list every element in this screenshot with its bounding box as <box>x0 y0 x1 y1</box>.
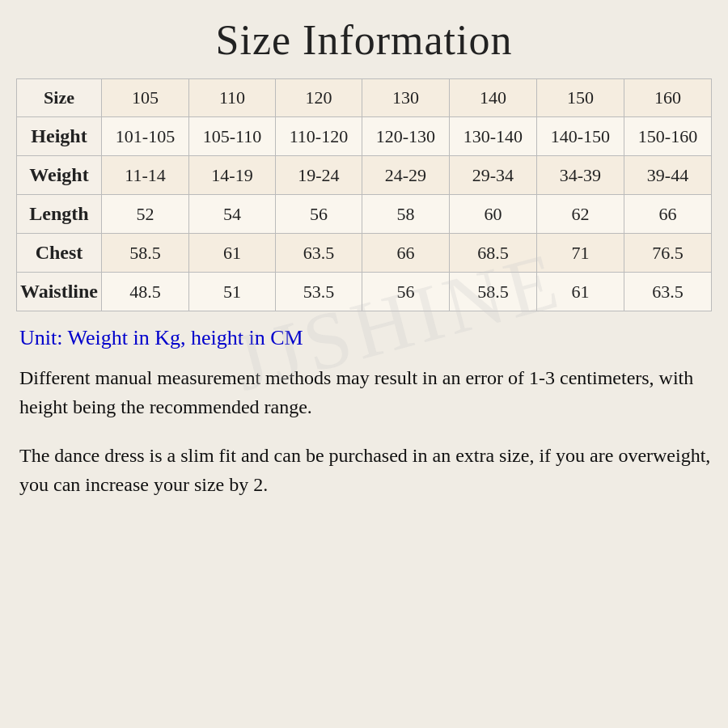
table-cell: 54 <box>189 195 276 234</box>
table-cell: 101-105 <box>102 117 189 156</box>
table-cell: 120-130 <box>362 117 449 156</box>
table-header-cell: Size <box>17 79 102 117</box>
table-cell: 105-110 <box>189 117 276 156</box>
page-title: Size Information <box>16 16 712 64</box>
table-cell: 63.5 <box>624 273 711 311</box>
note2-text: The dance dress is a slim fit and can be… <box>16 441 712 499</box>
table-cell: 58.5 <box>102 234 189 273</box>
table-cell: 61 <box>536 273 624 311</box>
table-cell: 39-44 <box>624 156 711 195</box>
row-label: Waistline <box>17 273 102 311</box>
size-table: Size105110120130140150160Height101-10510… <box>16 78 712 311</box>
table-cell: 58 <box>362 195 449 234</box>
table-cell: 53.5 <box>275 273 362 311</box>
table-header-cell: 160 <box>624 79 711 117</box>
table-cell: 66 <box>362 234 449 273</box>
row-label: Height <box>17 117 102 156</box>
table-cell: 11-14 <box>102 156 189 195</box>
table-header-cell: 110 <box>189 79 276 117</box>
table-row: Waistline48.55153.55658.56163.5 <box>17 273 712 311</box>
table-cell: 52 <box>102 195 189 234</box>
table-cell: 140-150 <box>536 117 624 156</box>
unit-text: Unit: Weight in Kg, height in CM <box>16 326 712 350</box>
table-cell: 62 <box>536 195 624 234</box>
table-cell: 130-140 <box>449 117 536 156</box>
table-cell: 61 <box>189 234 276 273</box>
table-header-cell: 105 <box>102 79 189 117</box>
table-cell: 56 <box>362 273 449 311</box>
note1-text: Different manual measurement methods may… <box>16 363 712 421</box>
table-cell: 56 <box>275 195 362 234</box>
page-wrapper: JJSHINE Size Information Size10511012013… <box>0 0 728 728</box>
table-cell: 34-39 <box>536 156 624 195</box>
table-cell: 19-24 <box>275 156 362 195</box>
table-row: Height101-105105-110110-120120-130130-14… <box>17 117 712 156</box>
table-row: Chest58.56163.56668.57176.5 <box>17 234 712 273</box>
table-cell: 63.5 <box>275 234 362 273</box>
table-cell: 14-19 <box>189 156 276 195</box>
table-cell: 24-29 <box>362 156 449 195</box>
table-cell: 150-160 <box>624 117 711 156</box>
table-row: Length52545658606266 <box>17 195 712 234</box>
row-label: Length <box>17 195 102 234</box>
row-label: Chest <box>17 234 102 273</box>
table-cell: 58.5 <box>449 273 536 311</box>
table-cell: 68.5 <box>449 234 536 273</box>
table-header-cell: 120 <box>275 79 362 117</box>
row-label: Weight <box>17 156 102 195</box>
table-cell: 76.5 <box>624 234 711 273</box>
table-header-cell: 130 <box>362 79 449 117</box>
table-cell: 66 <box>624 195 711 234</box>
table-cell: 51 <box>189 273 276 311</box>
table-cell: 29-34 <box>449 156 536 195</box>
table-header-cell: 140 <box>449 79 536 117</box>
table-header-cell: 150 <box>536 79 624 117</box>
table-cell: 48.5 <box>102 273 189 311</box>
table-cell: 60 <box>449 195 536 234</box>
table-cell: 110-120 <box>275 117 362 156</box>
table-row: Weight11-1414-1919-2424-2929-3434-3939-4… <box>17 156 712 195</box>
table-cell: 71 <box>536 234 624 273</box>
